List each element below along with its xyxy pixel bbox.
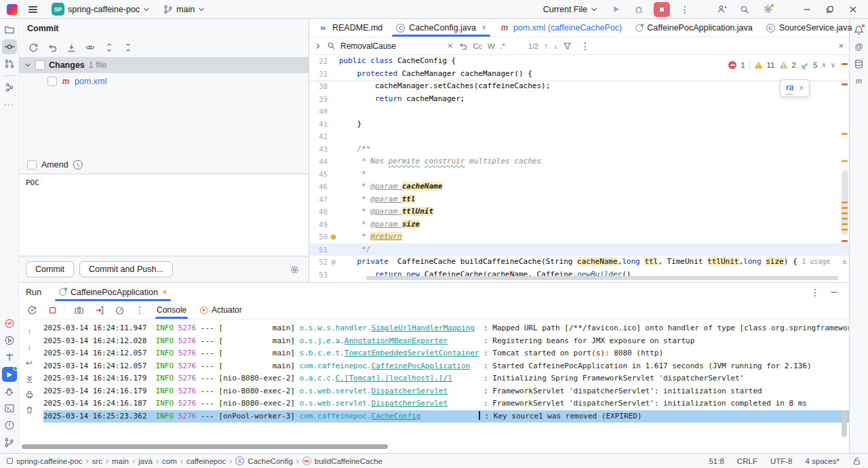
code-line[interactable]: 40 xyxy=(309,105,849,118)
pull-requests-tool-button[interactable] xyxy=(2,56,17,71)
close-tab-icon[interactable]: × xyxy=(481,23,486,33)
previous-occurrence-button[interactable]: ↑ xyxy=(544,41,548,51)
run-button[interactable] xyxy=(608,2,624,17)
log-line[interactable]: 2025-03-14 16:24:16.179 INFO 5276 --- [n… xyxy=(43,372,849,385)
actuator-tab[interactable]: Actuator xyxy=(196,301,246,319)
breadcrumb-java[interactable]: java xyxy=(138,457,153,465)
logger-link[interactable]: CacheConfig xyxy=(372,412,421,421)
branch-widget[interactable]: main xyxy=(160,3,208,16)
collapse-all-button[interactable] xyxy=(121,40,136,55)
search-input[interactable]: RemovalCause xyxy=(340,41,396,51)
code-line[interactable]: 51 */ xyxy=(309,243,849,256)
chevron-right-icon[interactable] xyxy=(315,43,321,50)
stop-process-button[interactable] xyxy=(45,303,60,317)
console-more-button[interactable]: ⋮ xyxy=(132,303,147,317)
run-panel-options-button[interactable]: ⋮ xyxy=(807,285,823,300)
commit-button[interactable]: Commit xyxy=(26,261,74,277)
code-editor[interactable]: 22public class CacheConfig {31 protected… xyxy=(309,55,849,282)
regex-toggle[interactable]: .* xyxy=(500,42,505,50)
stripe-mark[interactable] xyxy=(842,207,848,209)
next-occurrence-button[interactable]: ↓ xyxy=(553,41,557,51)
logger-link[interactable]: TomcatEmbeddedServletContainer xyxy=(344,349,479,357)
console-horizontal-scrollbar[interactable] xyxy=(22,444,388,449)
settings-button[interactable] xyxy=(760,2,776,17)
code-line[interactable]: 43 /** xyxy=(309,143,849,156)
console-log[interactable]: 2025-03-14 16:24:11.947 INFO 5276 --- [ … xyxy=(39,319,849,453)
close-search-icon[interactable]: × xyxy=(838,41,844,51)
log-line[interactable]: 2025-03-14 16:24:12.057 INFO 5276 --- [ … xyxy=(43,347,849,360)
project-tool-button[interactable] xyxy=(2,22,17,37)
debug-tool-button[interactable] xyxy=(2,384,17,399)
console-tab[interactable]: Console xyxy=(153,301,191,319)
logger-link[interactable]: AnnotationMBeanExporter xyxy=(344,336,448,345)
code-line[interactable]: 45 * xyxy=(309,168,849,181)
code-line[interactable]: 38 cacheManager.setCaches(caffeineCaches… xyxy=(309,80,849,93)
stripe-mark[interactable] xyxy=(842,218,848,220)
stripe-mark[interactable] xyxy=(842,133,848,135)
code-line[interactable]: 49 * @param size xyxy=(309,218,849,231)
code-line[interactable]: 44 * Nos permite construir multiples cac… xyxy=(309,155,849,168)
run-configuration-selector[interactable]: Current File xyxy=(540,3,601,16)
breadcrumb-com[interactable]: com xyxy=(162,457,177,465)
profiler-tool-button[interactable] xyxy=(2,316,17,331)
line-ending-indicator[interactable]: CRLF xyxy=(737,457,757,465)
commit-message-input[interactable]: POC xyxy=(19,174,309,256)
show-diff-button[interactable] xyxy=(83,40,98,55)
caret-position[interactable]: 51:8 xyxy=(709,457,724,465)
inline-hint-popup[interactable]: ra × xyxy=(780,79,810,97)
stripe-mark[interactable] xyxy=(842,83,848,85)
project-widget[interactable]: SP spring-caffeine-poc xyxy=(48,1,153,17)
run-tab[interactable]: CaffeinePocApplication × xyxy=(54,283,172,301)
stop-button[interactable] xyxy=(654,2,670,17)
code-line[interactable]: 52@ private CaffeineCache buildCaffeineC… xyxy=(309,256,849,269)
endpoints-button[interactable] xyxy=(112,303,127,317)
changed-file-row[interactable]: m pom.xml xyxy=(19,73,309,90)
logger-link[interactable]: SimpleUrlHandlerMapping xyxy=(372,324,475,332)
problems-tool-button[interactable] xyxy=(2,418,17,433)
gutter-slot[interactable]: @ xyxy=(328,256,339,269)
whole-words-toggle[interactable]: W xyxy=(488,42,494,50)
inspections-widget[interactable]: 1 11 2 5 ∧ ∨ xyxy=(726,58,838,73)
log-line[interactable]: 2025-03-14 16:24:12.028 INFO 5276 --- [ … xyxy=(43,335,849,348)
more-tool-windows-button[interactable]: ··· xyxy=(2,97,17,112)
maximize-button[interactable] xyxy=(822,2,838,17)
close-run-tab-icon[interactable]: × xyxy=(162,288,167,297)
code-line[interactable]: 48 * @param ttlUnit xyxy=(309,206,849,218)
structure-tool-button[interactable] xyxy=(2,80,17,95)
stripe-mark[interactable] xyxy=(842,240,848,242)
log-line[interactable]: 2025-03-14 16:25:23.362 INFO 5276 --- [o… xyxy=(43,410,849,423)
log-line[interactable]: 2025-03-14 16:24:16.179 INFO 5276 --- [n… xyxy=(43,385,849,398)
logger-link[interactable]: DispatcherServlet xyxy=(372,387,448,395)
changes-group-row[interactable]: Changes 1 file xyxy=(19,57,309,73)
code-line[interactable]: 39 return cacheManager; xyxy=(309,93,849,106)
breadcrumb-main[interactable]: main xyxy=(112,457,129,465)
terminal-tool-button[interactable] xyxy=(2,401,17,416)
commit-and-push-button[interactable]: Commit and Push... xyxy=(79,261,173,277)
code-line[interactable]: 42 xyxy=(309,130,849,143)
services-tool-button[interactable] xyxy=(2,333,17,348)
notifications-button[interactable] xyxy=(852,22,867,37)
breadcrumb-package[interactable]: caffeinepoc xyxy=(186,457,226,465)
down-stack-trace-icon[interactable]: ↓ xyxy=(23,342,35,353)
breadcrumb-class[interactable]: CCacheConfig xyxy=(235,456,292,465)
clear-console-icon[interactable] xyxy=(23,404,35,415)
error-stripe[interactable] xyxy=(840,55,849,282)
amend-checkbox[interactable] xyxy=(27,160,37,170)
log-line[interactable]: 2025-03-14 16:24:16.187 INFO 5276 --- [n… xyxy=(43,397,849,410)
minimize-button[interactable] xyxy=(799,2,815,17)
commit-history-icon[interactable] xyxy=(73,160,83,170)
commit-tool-button[interactable] xyxy=(2,39,17,54)
changes-checkbox[interactable] xyxy=(35,60,45,70)
git-tool-button[interactable] xyxy=(2,435,17,450)
log-line[interactable]: 2025-03-14 16:24:12.057 INFO 5276 --- [ … xyxy=(43,360,849,373)
stripe-mark[interactable] xyxy=(842,63,848,65)
match-case-toggle[interactable]: Cc xyxy=(473,42,482,50)
filter-icon[interactable] xyxy=(563,41,572,50)
expand-all-button[interactable] xyxy=(102,40,117,55)
shelve-button[interactable] xyxy=(64,40,79,55)
code-line[interactable]: 50 * @return xyxy=(309,231,849,243)
more-actions-button[interactable]: ⋮ xyxy=(677,2,693,17)
print-icon[interactable] xyxy=(23,389,35,399)
tab-application[interactable]: CaffeinePocApplication.java xyxy=(629,19,759,37)
code-line[interactable]: 47 * @param ttl xyxy=(309,193,849,206)
